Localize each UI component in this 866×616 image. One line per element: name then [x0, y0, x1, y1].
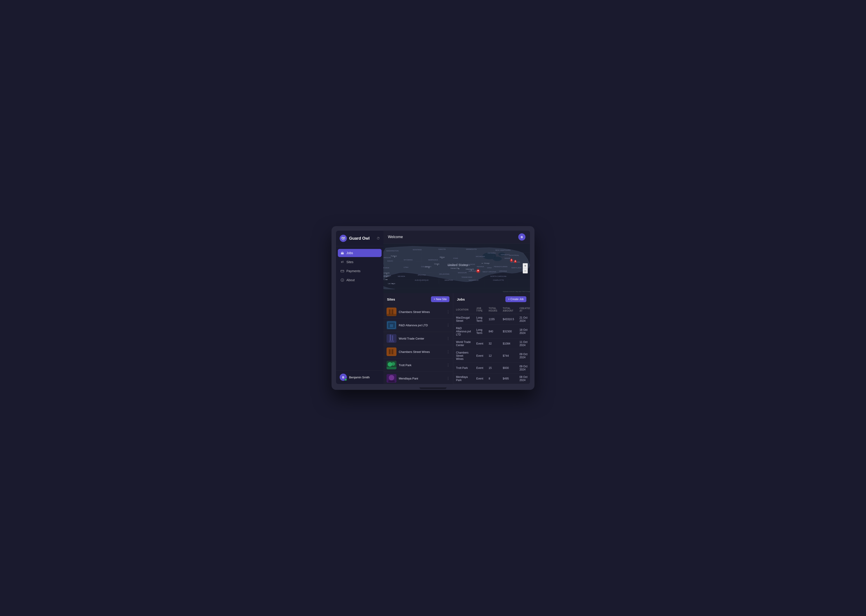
site-name: Chambers Street Wines: [399, 310, 444, 314]
svg-text:OKLAHOMA: OKLAHOMA: [439, 273, 450, 275]
svg-text:NORTH CAROLINA: NORTH CAROLINA: [490, 275, 506, 277]
site-more-icon[interactable]: ⋮: [446, 310, 450, 314]
svg-text:IOWA: IOWA: [453, 257, 458, 259]
list-item[interactable]: R&D Altanova pvt LTD ⋮: [383, 319, 453, 332]
cell-job-type: Event: [474, 349, 486, 363]
site-more-icon[interactable]: ⋮: [446, 363, 450, 367]
cell-job-type: Event: [474, 373, 486, 384]
svg-rect-119: [390, 324, 393, 327]
cell-total-amount: $1084: [500, 338, 517, 349]
map-zoom-controls: + −: [523, 263, 528, 273]
sidebar-item-sites[interactable]: Sites: [338, 258, 382, 266]
site-name: Trott Park: [399, 363, 444, 367]
cell-location: Mendlaya Park: [453, 373, 474, 384]
cell-location: MacDougal Street: [453, 314, 474, 325]
sidebar-user[interactable]: B Benjamin Smith: [336, 370, 383, 384]
sites-panel-header: Sites + New Site: [383, 293, 453, 305]
svg-text:NEVADA: NEVADA: [383, 267, 390, 269]
svg-text:Billings: Billings: [440, 256, 445, 258]
table-row[interactable]: Mendlaya Park Event 8 $495 08 Oct 2024: [453, 373, 530, 384]
cell-total-hours: 15: [486, 363, 500, 373]
svg-point-8: [341, 261, 342, 262]
table-row[interactable]: Chambers Street Wines Event 12 $744 09 O…: [453, 349, 530, 363]
site-thumbnail: [387, 374, 396, 383]
list-item[interactable]: Mendlaya Pani ⋮: [383, 372, 453, 384]
svg-text:San Jose: San Jose: [383, 279, 388, 280]
site-more-icon[interactable]: ⋮: [446, 323, 450, 327]
cell-created-at: 08 Oct 2024: [517, 373, 530, 384]
nav-sites-label: Sites: [346, 260, 354, 264]
laptop-frame: Guard Owl ⏱ Jobs: [332, 226, 534, 390]
svg-text:MAINE: MAINE: [505, 257, 510, 259]
svg-rect-116: [387, 314, 396, 316]
user-name: Benjamin Smith: [349, 376, 369, 379]
cell-job-type: Long Term: [474, 384, 486, 384]
svg-text:OREGON: OREGON: [383, 256, 391, 259]
svg-rect-114: [389, 310, 391, 314]
svg-point-128: [388, 362, 392, 367]
zoom-in-button[interactable]: +: [523, 263, 528, 268]
bottom-panels: Sites + New Site Chambers Street Wines ⋮: [383, 293, 530, 384]
svg-text:ONTARIO: ONTARIO: [487, 252, 496, 254]
site-thumbnail: [387, 321, 396, 329]
cell-total-amount: $43310.5: [500, 314, 517, 325]
cell-created-at: 18 Oct 2024: [517, 325, 530, 338]
cell-created-at: 11 Oct 2024: [517, 338, 530, 349]
svg-text:San Francisco: San Francisco: [383, 275, 390, 277]
cell-total-hours: 1206: [486, 384, 500, 384]
svg-text:Sacramento: Sacramento: [383, 272, 390, 274]
sidebar-item-jobs[interactable]: Jobs: [338, 249, 382, 257]
page-title: Welcome: [388, 235, 403, 239]
svg-point-132: [389, 375, 394, 380]
create-job-button[interactable]: + Create Job: [505, 296, 527, 302]
sidebar-logo-area: Guard Owl ⏱: [336, 231, 383, 246]
svg-text:Omaha: Omaha: [434, 263, 439, 265]
svg-text:UTAH: UTAH: [404, 266, 408, 268]
cell-job-type: Long Term: [474, 325, 486, 338]
site-more-icon[interactable]: ⋮: [446, 376, 450, 380]
sidebar-item-payments[interactable]: Payments: [338, 267, 382, 275]
user-avatar: B: [339, 374, 347, 381]
cell-total-hours: 32: [486, 338, 500, 349]
new-site-button[interactable]: + New Site: [431, 296, 450, 302]
table-row[interactable]: World Trade Center Event 32 $1084 11 Oct…: [453, 338, 530, 349]
table-row[interactable]: MacDougal Street Long Term 1155 $43310.5…: [453, 314, 530, 325]
svg-point-129: [391, 362, 395, 366]
sites-panel: Sites + New Site Chambers Street Wines ⋮: [383, 293, 453, 384]
table-row[interactable]: R&D Altanova pvt LTD Long Term 840 $3150…: [453, 325, 530, 338]
list-item[interactable]: Chambers Street Wines ⋮: [383, 305, 453, 319]
svg-point-110: [515, 261, 516, 262]
sites-title: Sites: [387, 297, 395, 301]
cell-created-at: 09 Oct 2024: [517, 349, 530, 363]
site-more-icon[interactable]: ⋮: [446, 336, 450, 341]
site-name: World Trade Center: [399, 337, 444, 340]
cell-location: Trott Park: [453, 363, 474, 373]
site-name: R&D Altanova pvt LTD: [399, 324, 444, 327]
header-user-avatar[interactable]: B: [518, 233, 525, 240]
table-row[interactable]: Trott Park Event 15 $930 09 Oct 2024: [453, 363, 530, 373]
site-more-icon[interactable]: ⋮: [446, 350, 450, 354]
laptop-base: [336, 386, 530, 390]
cell-created-at: 09 Oct 2024: [517, 363, 530, 373]
table-row[interactable]: Mandalay Bay Long Term 1206 $45225 09 Oc…: [453, 384, 530, 384]
col-location: LOCATION: [453, 305, 474, 314]
svg-text:WEST VIRGINIA: WEST VIRGINIA: [483, 271, 497, 273]
svg-text:MINNESOTA: MINNESOTA: [466, 248, 477, 250]
nav-jobs-label: Jobs: [346, 251, 353, 255]
svg-text:United States: United States: [448, 263, 468, 267]
map-pin-1: [476, 269, 480, 273]
list-item[interactable]: Chambers Street Wines ⋮: [383, 345, 453, 358]
svg-point-107: [511, 259, 512, 261]
sidebar-nav: Jobs Sites: [336, 246, 383, 370]
site-name: Chambers Street Wines: [399, 350, 444, 354]
svg-text:MONTREAL: MONTREAL: [509, 255, 519, 256]
sidebar-item-about[interactable]: About: [338, 276, 382, 284]
svg-point-14: [342, 279, 343, 280]
zoom-out-button[interactable]: −: [523, 269, 528, 273]
laptop-screen: Guard Owl ⏱ Jobs: [336, 231, 530, 384]
nav-payments-label: Payments: [346, 269, 360, 273]
list-item[interactable]: World Trade Center ⋮: [383, 332, 453, 345]
site-name: Mendlaya Pani: [399, 377, 444, 380]
site-thumbnail: [387, 361, 396, 369]
list-item[interactable]: Trott Park ⋮: [383, 358, 453, 372]
